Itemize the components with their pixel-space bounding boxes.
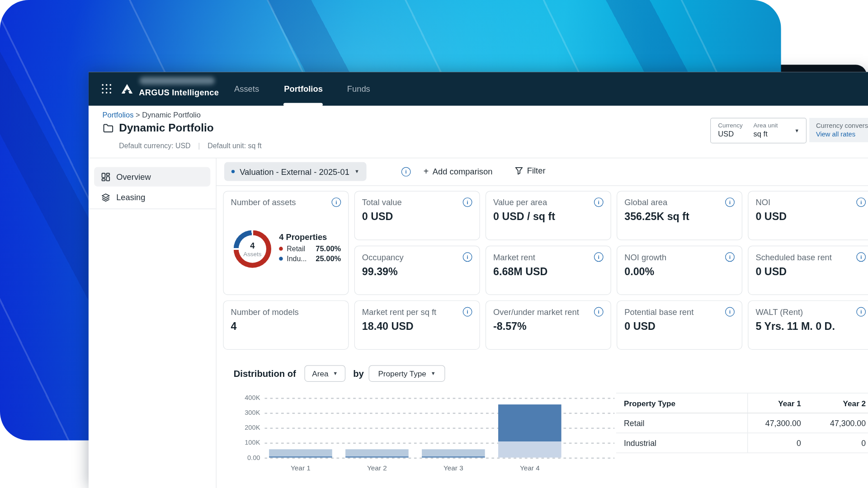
card-label: Market rent per sq ft — [362, 307, 436, 317]
bar-year-3 — [422, 450, 485, 458]
bar-segment — [498, 441, 561, 457]
default-currency-label: Default currency: USD — [119, 141, 190, 150]
kpi-card: Market rent per sq fti18.40 USD — [354, 300, 480, 350]
sidebar-item-overview[interactable]: Overview — [94, 167, 210, 187]
toolbar-divider — [216, 185, 868, 186]
area-unit-label: Area unit — [754, 122, 778, 128]
info-icon[interactable]: i — [725, 252, 735, 262]
info-icon[interactable]: i — [463, 307, 472, 317]
valuation-scenario-dropdown[interactable]: Valuation - External - 2025-01 ▼ — [224, 162, 367, 181]
card-label: Potential base rent — [624, 307, 693, 317]
view-all-rates-link[interactable]: View all rates — [816, 131, 855, 138]
gridline — [264, 443, 614, 444]
bar-year-1 — [269, 450, 332, 458]
redacted-product-name — [140, 77, 215, 84]
info-icon[interactable]: i — [331, 197, 341, 207]
bar-segment — [422, 450, 485, 457]
x-tick: Year 2 — [345, 464, 409, 472]
add-comparison-button[interactable]: +Add comparison — [424, 167, 493, 177]
kpi-cards-grid: Number of assets i 4 Assets 4 Properties… — [223, 191, 868, 349]
info-icon[interactable]: i — [594, 252, 604, 262]
default-unit-label: Default unit: sq ft — [208, 141, 261, 150]
tab-funds[interactable]: Funds — [347, 84, 370, 94]
defaults-divider: | — [198, 141, 200, 150]
card-label: Total value — [362, 197, 402, 207]
currency-area-selector[interactable]: Currency USD Area unit sq ft ▼ — [710, 118, 807, 143]
app-launcher-icon[interactable] — [102, 84, 111, 94]
sidebar-item-leasing[interactable]: Leasing — [94, 188, 210, 207]
card-value: 99.39% — [362, 266, 472, 278]
card-value: 18.40 USD — [362, 320, 472, 333]
card-label: Global area — [624, 197, 667, 207]
active-tab-indicator — [283, 103, 323, 106]
card-label: NOI growth — [624, 252, 666, 262]
number-of-assets-card: Number of assets i 4 Assets 4 Properties… — [223, 191, 349, 295]
gridline — [264, 428, 614, 429]
card-label: Market rent — [493, 252, 535, 262]
info-icon[interactable]: i — [463, 197, 472, 207]
distribution-bar-chart: 400K 300K 200K 100K 0.00 Year 1Year 2Yea… — [232, 396, 614, 479]
currency-label: Currency — [718, 122, 743, 128]
sidebar-divider — [89, 209, 216, 209]
table-row: Retail 47,300.00 47,300.00 — [616, 413, 868, 433]
currency-conversion-panel: Currency conversion View all rates — [809, 118, 868, 142]
y-tick: 0.00 — [232, 454, 260, 461]
card-label: NOI — [755, 197, 770, 207]
bar-segment — [498, 404, 561, 441]
table-header-row: Property Type Year 1 Year 2 — [616, 394, 868, 413]
breadcrumb-separator: > — [136, 111, 140, 119]
breadcrumb-portfolios-link[interactable]: Portfolios — [103, 111, 134, 119]
legend-title: 4 Properties — [279, 232, 341, 242]
card-value: 0.00% — [624, 266, 735, 278]
table-row: Industrial 0 0 — [616, 433, 868, 453]
kpi-card: Total valuei0 USD — [354, 191, 480, 240]
legend-item-industrial: Indu... 25.00% — [279, 254, 341, 263]
info-icon[interactable]: i — [856, 252, 866, 262]
dimension-select[interactable]: Property Type▼ — [369, 365, 445, 382]
x-tick: Year 1 — [269, 464, 332, 472]
chevron-down-icon: ▼ — [794, 128, 799, 133]
tab-assets[interactable]: Assets — [234, 84, 259, 94]
kpi-card: Over/under market renti-8.57% — [486, 300, 611, 350]
app-window: ARGUS Intelligence Assets Portfolios Fun… — [89, 72, 868, 488]
breadcrumb: Portfolios > Dynamic Portfolio — [103, 111, 201, 119]
metric-select[interactable]: Area▼ — [304, 365, 345, 382]
col-year-2: Year 2 — [809, 399, 868, 408]
filter-button[interactable]: Filter — [515, 166, 546, 175]
y-tick: 400K — [232, 394, 260, 402]
info-icon[interactable]: i — [725, 197, 735, 207]
chevron-down-icon: ▼ — [354, 169, 359, 174]
card-label: Over/under market rent — [493, 307, 579, 317]
info-icon[interactable]: i — [401, 167, 411, 177]
tab-portfolios[interactable]: Portfolios — [284, 84, 323, 94]
info-icon[interactable]: i — [463, 252, 472, 262]
kpi-card: WALT (Rent)i5 Yrs. 11 M. 0 D. — [748, 300, 868, 350]
info-icon[interactable]: i — [856, 307, 866, 317]
card-value: 0 USD / sq ft — [493, 211, 604, 223]
donut-center: 4 Assets — [234, 230, 271, 267]
bar-segment — [345, 456, 409, 457]
header-divider — [89, 158, 868, 158]
card-label: Occupancy — [362, 252, 404, 262]
bar-segment — [345, 450, 409, 457]
kpi-card: Potential base renti0 USD — [617, 300, 742, 350]
bar-segment — [269, 450, 332, 457]
info-icon[interactable]: i — [594, 307, 604, 317]
breadcrumb-current: Dynamic Portfolio — [142, 111, 201, 119]
gridline — [264, 413, 614, 413]
gridline — [264, 398, 614, 399]
info-icon[interactable]: i — [856, 197, 866, 207]
plus-icon: + — [424, 167, 429, 176]
info-icon[interactable]: i — [725, 307, 735, 317]
info-icon[interactable]: i — [594, 197, 604, 207]
currency-conversion-label: Currency conversion — [816, 122, 868, 129]
page: ARGUS Intelligence Assets Portfolios Fun… — [0, 0, 868, 488]
currency-value: USD — [718, 130, 734, 138]
card-value: 5 Yrs. 11 M. 0 D. — [755, 320, 866, 333]
valuation-scenario-label: Valuation - External - 2025-01 — [240, 167, 349, 176]
content-divider — [216, 158, 217, 488]
property-type-table: Property Type Year 1 Year 2 Retail 47,30… — [616, 393, 868, 453]
top-navbar: ARGUS Intelligence Assets Portfolios Fun… — [89, 72, 868, 106]
sidebar-item-label: Leasing — [116, 192, 145, 202]
layers-icon — [101, 193, 110, 202]
